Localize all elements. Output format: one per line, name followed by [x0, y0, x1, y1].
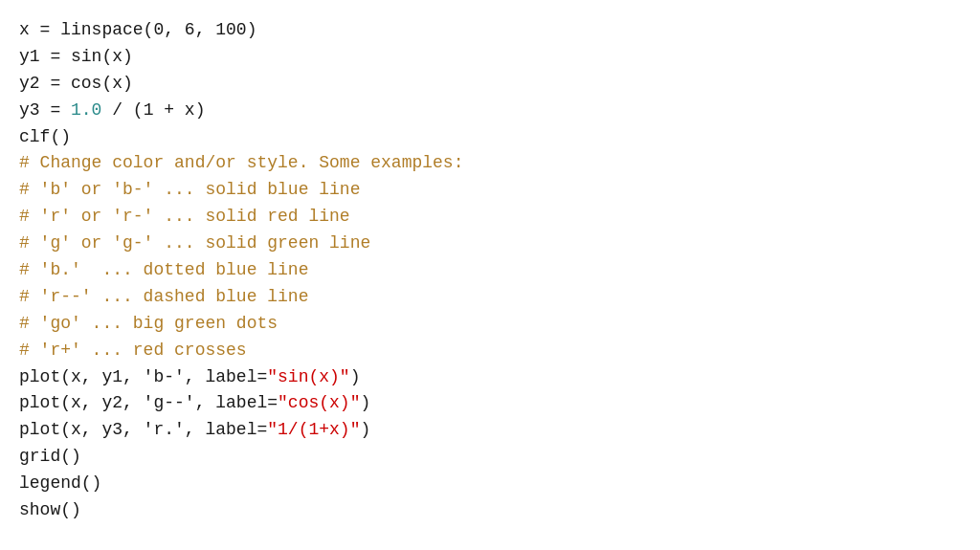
code-token: 1.0 [71, 100, 101, 120]
code-line: x = linspace(0, 6, 100) [19, 17, 961, 44]
code-token: grid() [19, 447, 81, 466]
code-line: plot(x, y1, 'b-', label="sin(x)") [19, 364, 961, 391]
code-token: y1 = sin(x) [19, 47, 133, 66]
code-token: x = linspace(0, 6, 100) [19, 20, 256, 39]
code-line: grid() [19, 444, 961, 471]
code-token: / (1 + x) [101, 100, 205, 120]
code-token: # 'r--' ... dashed blue line [19, 287, 308, 306]
code-token: # 'go' ... big green dots [19, 314, 278, 333]
code-line: # 'b.' ... dotted blue line [19, 257, 961, 284]
code-line: y2 = cos(x) [19, 71, 961, 98]
code-token: # 'g' or 'g-' ... solid green line [19, 233, 370, 253]
code-line: plot(x, y2, 'g--', label="cos(x)") [19, 390, 961, 417]
code-line: # 'go' ... big green dots [19, 311, 961, 338]
code-token: y3 = [19, 100, 71, 120]
code-line: plot(x, y3, 'r.', label="1/(1+x)") [19, 417, 961, 444]
code-editor: x = linspace(0, 6, 100)y1 = sin(x)y2 = c… [19, 17, 961, 524]
code-token: y2 = cos(x) [19, 74, 133, 93]
code-line: # 'b' or 'b-' ... solid blue line [19, 177, 961, 204]
code-token: plot(x, y2, 'g--', label= [19, 393, 278, 412]
code-token: ) [360, 393, 370, 412]
code-line: # 'g' or 'g-' ... solid green line [19, 231, 961, 257]
code-token: "cos(x)" [278, 393, 360, 412]
code-token: show() [19, 500, 81, 519]
code-token: # 'b' or 'b-' ... solid blue line [19, 180, 360, 199]
code-token: "1/(1+x)" [267, 420, 360, 439]
code-token: # 'b.' ... dotted blue line [19, 260, 308, 279]
code-line: # 'r--' ... dashed blue line [19, 284, 961, 311]
code-token: ) [350, 367, 361, 386]
code-line: show() [19, 497, 961, 524]
code-line: y1 = sin(x) [19, 44, 961, 71]
code-token: # 'r' or 'r-' ... solid red line [19, 207, 350, 226]
code-line: y3 = 1.0 / (1 + x) [19, 98, 961, 124]
code-token: # 'r+' ... red crosses [19, 341, 247, 360]
code-token: plot(x, y3, 'r.', label= [19, 420, 267, 439]
code-token: ) [360, 420, 370, 439]
code-token: "sin(x)" [267, 367, 349, 386]
code-token: clf() [19, 127, 71, 146]
code-token: # Change color and/or style. Some exampl… [19, 153, 463, 172]
code-line: clf() [19, 124, 961, 151]
code-line: # 'r' or 'r-' ... solid red line [19, 204, 961, 231]
code-line: legend() [19, 471, 961, 497]
code-line: # 'r+' ... red crosses [19, 338, 961, 364]
code-token: plot(x, y1, 'b-', label= [19, 367, 267, 386]
code-token: legend() [19, 473, 101, 493]
code-line: # Change color and/or style. Some exampl… [19, 150, 961, 177]
